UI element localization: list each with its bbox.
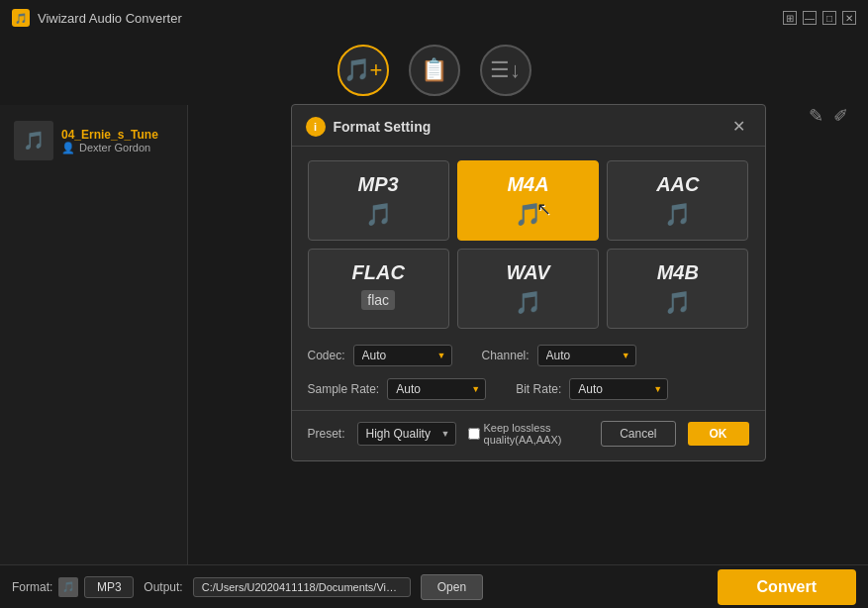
bit-rate-select[interactable]: Auto (569, 378, 668, 400)
sample-bitrate-row: Sample Rate: Auto Bit Rate: Auto (292, 372, 765, 406)
format-grid: MP3 🎵 M4A 🎵 AAC 🎵 FLAC flac WAV 🎵 (292, 147, 765, 339)
sample-rate-setting: Sample Rate: Auto (308, 378, 487, 400)
avatar: 🎵 (14, 121, 53, 160)
codec-channel-row: Codec: Auto Channel: Auto (292, 339, 765, 372)
track-name: 04_Ernie_s_Tune (61, 128, 173, 142)
m4a-icon: 🎵 (515, 202, 541, 228)
ok-button[interactable]: OK (688, 422, 749, 446)
settings-title-icon[interactable]: ⊞ (783, 11, 797, 25)
format-mp3[interactable]: MP3 🎵 (308, 160, 449, 241)
mp3-icon: 🎵 (365, 202, 392, 228)
tools-icon: ☰↓ (490, 57, 521, 83)
format-flac[interactable]: FLAC flac (308, 249, 449, 329)
track-info: 04_Ernie_s_Tune 👤 Dexter Gordon (61, 128, 173, 154)
avatar-icon: 🎵 (23, 130, 45, 152)
add-music-button[interactable]: 🎵+ (338, 45, 389, 96)
preset-row: Preset: High Quality Keep lossless quali… (292, 410, 765, 460)
maximize-button[interactable]: □ (822, 11, 836, 25)
format-setting-dialog: i Format Setting ✕ MP3 🎵 M4A 🎵 AAC 🎵 (291, 104, 766, 461)
dialog-title: Format Setting (334, 119, 432, 135)
dialog-overlay: i Format Setting ✕ MP3 🎵 M4A 🎵 AAC 🎵 (188, 99, 868, 564)
format-aac[interactable]: AAC 🎵 (607, 160, 748, 241)
convert-button[interactable]: Convert (718, 569, 856, 605)
format-display: Format: 🎵 MP3 (12, 576, 134, 598)
flac-icon: flac (361, 290, 395, 310)
bit-rate-setting: Bit Rate: Auto (516, 378, 668, 400)
mp3-label: MP3 (358, 173, 399, 196)
format-m4b[interactable]: M4B 🎵 (607, 249, 748, 329)
codec-setting: Codec: Auto (308, 345, 452, 366)
app-icon: 🎵 (12, 9, 30, 27)
left-panel: 🎵 04_Ernie_s_Tune 👤 Dexter Gordon (0, 105, 188, 564)
bit-rate-label: Bit Rate: (516, 382, 561, 396)
format-m4a[interactable]: M4A 🎵 (457, 160, 599, 241)
m4b-label: M4B (657, 261, 699, 284)
dialog-info-icon: i (306, 117, 326, 137)
aac-icon: 🎵 (664, 202, 691, 228)
m4b-icon: 🎵 (664, 290, 691, 316)
channel-label: Channel: (482, 349, 530, 362)
format-bottom-label: Format: (12, 580, 52, 594)
codec-label: Codec: (308, 349, 345, 362)
aac-label: AAC (656, 173, 699, 196)
person-icon: 👤 (61, 142, 75, 154)
open-button[interactable]: Open (421, 574, 483, 600)
preset-select[interactable]: High Quality (357, 422, 456, 446)
sample-rate-label: Sample Rate: (308, 382, 380, 396)
preset-label: Preset: (308, 427, 345, 441)
convert-list-icon: 📋 (421, 57, 447, 83)
codec-select[interactable]: Auto (353, 345, 452, 366)
wav-label: WAV (506, 261, 549, 284)
lossless-label: Keep lossless quality(AA,AAX) (468, 422, 578, 446)
channel-select-wrapper: Auto (537, 345, 636, 366)
add-music-icon: 🎵+ (343, 57, 383, 83)
minimize-button[interactable]: — (803, 11, 817, 25)
flac-label: FLAC (352, 261, 405, 284)
output-label: Output: (144, 580, 182, 594)
channel-setting: Channel: Auto (482, 345, 636, 366)
dialog-header: i Format Setting ✕ (292, 105, 765, 147)
tools-button[interactable]: ☰↓ (480, 45, 531, 96)
convert-list-button[interactable]: 📋 (409, 45, 460, 96)
cancel-button[interactable]: Cancel (601, 421, 675, 447)
window-controls: ⊞ — □ ✕ (783, 11, 856, 25)
lossless-checkbox[interactable] (468, 428, 480, 440)
output-path: C:/Users/U2020411118/Documents/Viwizard … (193, 577, 411, 597)
format-bottom-value: MP3 (84, 576, 134, 598)
sample-rate-select[interactable]: Auto (387, 378, 486, 400)
title-bar-left: 🎵 Viwizard Audio Converter (12, 9, 182, 27)
codec-select-wrapper: Auto (353, 345, 452, 366)
channel-select[interactable]: Auto (537, 345, 636, 366)
dialog-close-button[interactable]: ✕ (726, 115, 751, 138)
dialog-title-row: i Format Setting (306, 117, 432, 137)
app-title: Viwizard Audio Converter (38, 11, 182, 26)
format-wav[interactable]: WAV 🎵 (457, 249, 599, 329)
format-bottom-icon: 🎵 (58, 577, 78, 597)
close-button[interactable]: ✕ (842, 11, 856, 25)
bottom-bar: Format: 🎵 MP3 Output: C:/Users/U20204111… (0, 564, 868, 608)
wav-icon: 🎵 (515, 290, 541, 316)
track-artist: 👤 Dexter Gordon (61, 142, 173, 154)
sample-rate-select-wrapper: Auto (387, 378, 486, 400)
bit-rate-select-wrapper: Auto (569, 378, 668, 400)
title-bar: 🎵 Viwizard Audio Converter ⊞ — □ ✕ (0, 0, 868, 36)
track-item[interactable]: 🎵 04_Ernie_s_Tune 👤 Dexter Gordon (10, 115, 177, 166)
top-toolbar: 🎵+ 📋 ☰↓ (0, 36, 868, 105)
preset-select-wrapper: High Quality (357, 422, 456, 446)
m4a-label: M4A (507, 173, 548, 196)
